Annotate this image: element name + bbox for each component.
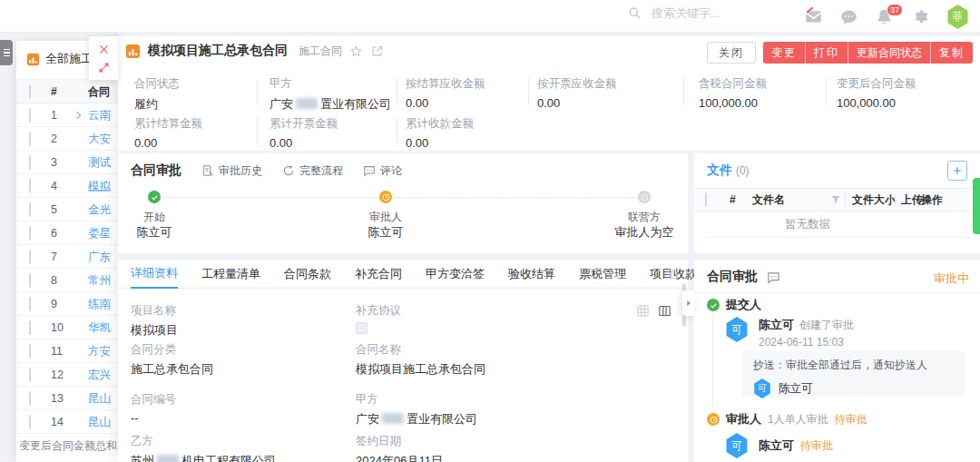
gear-icon[interactable] [911,8,929,26]
tab-supplement-contract[interactable]: 补充合同 [355,260,402,289]
col-contract-name: 合同 [88,84,110,99]
global-search[interactable] [628,5,786,21]
tab-detail-info[interactable]: 详细资料 [131,260,178,289]
contract-detail-window: 模拟项目施工总承包合同 施工合同 关闭 变更 打印 更新合同状态 复制 合同状态… [118,33,980,462]
grid-view-icon[interactable] [636,304,650,318]
list-panel-controls [89,36,118,80]
contract-link[interactable]: 方安 [88,343,111,359]
field-party-a: 甲方 广安置业有限公司 [270,76,391,113]
row-checkbox[interactable] [29,179,31,193]
chat-icon[interactable] [840,8,858,26]
files-count: (0) [736,164,750,177]
approval-detail-panel: 合同审批 审批中 提交人 可 陈立可 创建了审批 2024-06-11 15:0… [694,260,980,462]
field-contract-category: 合同分类 施工总承包合同 [131,342,213,378]
files-table-header: # 文件名 文件大小 上传人 操作 [694,188,980,211]
step-person: 陈立可 [137,224,172,241]
contract-link[interactable]: 宏兴 [88,367,111,382]
sidebar-collapse-handle[interactable] [0,40,13,65]
check-circle-icon [707,299,720,311]
field-contract-name: 合同名称 模拟项目施工总承包合同 [356,342,485,378]
change-button[interactable]: 变更 [763,42,806,64]
close-button[interactable]: 关闭 [707,42,756,64]
party-a-link[interactable]: 广安置业有限公司 [270,96,391,113]
row-checkbox[interactable] [29,108,31,123]
approver-step: 审批人 1人单人审批 待审批 [707,411,867,428]
tab-contract-terms[interactable]: 合同条款 [284,260,331,289]
contract-link[interactable]: 金光 [88,202,111,217]
tab-acceptance-settlement[interactable]: 验收结算 [508,260,555,289]
external-link-icon[interactable] [370,44,384,58]
contract-link[interactable]: 娄星 [88,225,111,241]
row-checkbox[interactable] [29,202,31,217]
contract-link[interactable]: 练南 [88,296,111,311]
select-all-checkbox[interactable] [29,84,31,99]
contract-link-selected[interactable]: 模拟 [88,178,111,193]
contract-link[interactable]: 昆山 [88,390,111,406]
expand-row-icon[interactable] [74,110,83,120]
filter-funnel-icon[interactable] [830,194,841,205]
contract-link[interactable]: 云南 [88,107,111,123]
row-checkbox[interactable] [29,415,31,429]
supplement-checkbox[interactable] [356,322,368,334]
party-a-link[interactable]: 广安置业有限公司 [356,411,477,428]
comment-button[interactable]: 评论 [363,163,402,179]
user-avatar: 可 [725,433,749,458]
contract-link[interactable]: 华凯 [88,319,111,335]
contract-link[interactable]: 常州 [88,272,111,288]
field-contract-no: 合同编号 -- [131,392,176,425]
field-settle-receivable: 按结算应收金额 0.00 [406,76,485,110]
search-input[interactable] [650,5,786,21]
row-checkbox[interactable] [29,132,31,146]
floating-side-widget[interactable] [973,178,980,234]
files-select-all-checkbox[interactable] [705,192,707,207]
update-status-button[interactable]: 更新合同状态 [848,42,931,64]
tabbar-more-icon[interactable] [666,268,679,280]
total-invoiced-link[interactable]: 0.00 [270,136,338,150]
bell-icon[interactable]: 37 [876,8,894,26]
col-index: # [51,85,57,98]
contract-link[interactable]: 昆山 [88,414,111,429]
column-view-icon[interactable] [658,304,671,318]
party-b-link[interactable]: 苏州机电工程有限公司 [131,453,276,462]
panel-collapse-handle[interactable] [682,290,694,316]
row-checkbox[interactable] [29,250,31,264]
detail-header-section: 模拟项目施工总承包合同 施工合同 关闭 变更 打印 更新合同状态 复制 合同状态… [118,36,980,151]
full-flow-button[interactable]: 完整流程 [282,163,343,179]
field-supplement-flag: 补充协议 [356,303,401,334]
clock-circle-icon [707,413,720,426]
copy-button[interactable]: 复制 [931,42,973,64]
field-invoice-receivable: 按开票应收金额 0.00 [537,76,617,110]
row-checkbox[interactable] [29,391,31,406]
project-link[interactable]: 模拟项目 [131,322,178,339]
app-window: 37 菲 全部施工合同 # 合同 1 [0,0,980,462]
field-sign-date: 签约日期 2024年06月11日 [356,434,443,462]
avatar[interactable]: 菲 [946,5,969,29]
total-received-link[interactable]: 0.00 [406,136,474,150]
mail-icon[interactable] [805,8,823,26]
row-checkbox[interactable] [29,368,31,382]
step-done-icon [148,191,161,203]
approval-history-button[interactable]: 审批历史 [201,163,262,179]
add-file-button[interactable] [947,161,967,181]
comment-icon[interactable] [767,270,780,284]
row-checkbox[interactable] [29,344,31,359]
expand-icon[interactable] [98,62,110,74]
step-person: 审批人为空 [615,224,674,241]
contract-link[interactable]: 广东 [88,249,111,264]
contract-link[interactable]: 测试 [88,154,111,170]
row-checkbox[interactable] [29,226,31,241]
row-checkbox[interactable] [29,155,31,170]
field-changed-amount: 变更后合同金额 100,000.00 [837,76,916,110]
row-checkbox[interactable] [29,320,31,335]
sum-footer: 变更后合同金额总和: [19,438,120,454]
row-checkbox[interactable] [29,273,31,288]
contract-link[interactable]: 大安 [88,131,111,146]
tab-boq[interactable]: 工程量清单 [201,260,260,289]
row-checkbox[interactable] [29,297,31,311]
tab-invoice-tax[interactable]: 票税管理 [579,260,626,289]
close-icon[interactable] [98,44,110,55]
tab-partya-change[interactable]: 甲方变洽签 [426,260,485,289]
field-contract-status: 合同状态 履约 [134,76,180,113]
print-button[interactable]: 打印 [806,42,848,64]
star-icon[interactable] [349,44,363,58]
